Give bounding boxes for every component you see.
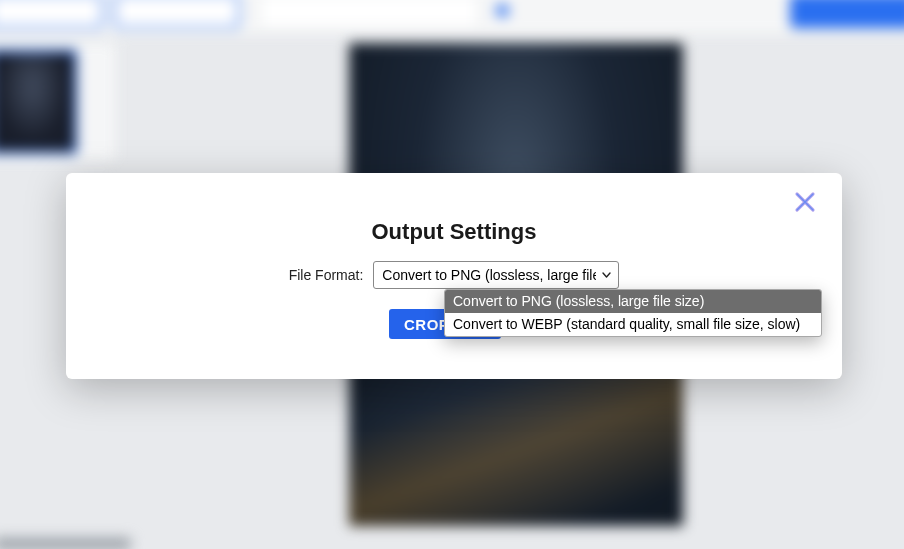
- modal-title: Output Settings: [66, 219, 842, 245]
- bg-topbar: [0, 0, 904, 35]
- file-format-select[interactable]: Convert to PNG (lossless, large file siz…: [373, 261, 619, 289]
- output-settings-modal: Output Settings File Format: Convert to …: [66, 173, 842, 379]
- bg-chip: [496, 4, 509, 17]
- dropdown-option-png[interactable]: Convert to PNG (lossless, large file siz…: [445, 290, 821, 313]
- file-format-label: File Format:: [289, 267, 364, 283]
- file-format-dropdown: Convert to PNG (lossless, large file siz…: [444, 289, 822, 337]
- bg-bottom-text: [0, 538, 131, 549]
- bg-button: [0, 0, 103, 28]
- bg-button: [114, 0, 240, 28]
- bg-thumb: [0, 49, 77, 154]
- file-format-select-wrap: Convert to PNG (lossless, large file siz…: [373, 261, 619, 289]
- file-format-row: File Format: Convert to PNG (lossless, l…: [66, 261, 842, 289]
- bg-sidebar: [0, 43, 116, 161]
- bg-input: [259, 0, 479, 28]
- close-icon: [791, 188, 819, 216]
- dropdown-option-webp[interactable]: Convert to WEBP (standard quality, small…: [445, 313, 821, 336]
- close-button[interactable]: [790, 187, 820, 217]
- bg-button-primary: [790, 0, 904, 28]
